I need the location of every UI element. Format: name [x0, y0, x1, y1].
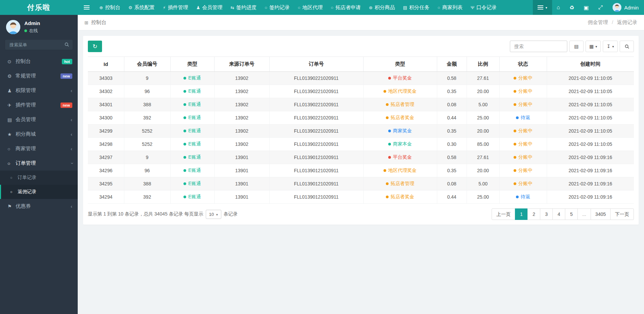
- menu-search-input[interactable]: [5, 39, 73, 50]
- status-dot-icon: [516, 116, 519, 119]
- cell-member-no: 392: [124, 111, 170, 125]
- cell-created-at: 2021-02-09 11:10:05: [547, 72, 634, 85]
- column-header: 状态: [499, 57, 547, 72]
- export-icon: ↧: [606, 44, 611, 49]
- cell-text: 拓店者管理: [391, 102, 414, 107]
- pagination-item[interactable]: 5: [565, 208, 578, 220]
- top-nav-item-token-record[interactable]: Ψ口令记录: [467, 0, 501, 15]
- table-row[interactable]: 342995252E账通13902FLL01390221020911商家奖金0.…: [88, 125, 634, 138]
- avatar: [613, 3, 621, 12]
- home-button[interactable]: ⌂: [552, 0, 565, 15]
- top-nav-item-settings[interactable]: ⚙系统配置: [124, 0, 159, 15]
- cell-amount: 0.44: [437, 111, 467, 125]
- cell-status: 待返: [499, 190, 547, 204]
- table-row[interactable]: 34294392E账通13901FLL01390121020911拓店者奖金0.…: [88, 190, 634, 204]
- pagination-item[interactable]: 3: [540, 208, 553, 220]
- quick-menu-button[interactable]: ▾: [533, 0, 552, 15]
- breadcrumb-trail: 佣金管理 / 返佣记录: [588, 19, 637, 26]
- status-dot-icon: [183, 130, 186, 132]
- columns-dropdown-button[interactable]: ▦ ▾: [586, 41, 601, 52]
- table-row[interactable]: 3430296E账通13902FLL01390221020911地区代理奖金0.…: [88, 85, 634, 98]
- top-nav-item-dashboard[interactable]: ⊕控制台: [95, 0, 124, 15]
- caret-down-icon: ▾: [612, 45, 614, 48]
- table-row[interactable]: 342985252E账通13902FLL01390221020911商家本金0.…: [88, 138, 634, 151]
- view-toggle-button[interactable]: ▤: [569, 41, 584, 52]
- breadcrumb-home-link[interactable]: 控制台: [91, 19, 106, 26]
- cell-text: 待返: [521, 115, 530, 120]
- cell-amount: 0.44: [437, 190, 467, 204]
- export-dropdown-button[interactable]: ↧ ▾: [603, 41, 618, 52]
- clear-cache-button[interactable]: ♻: [565, 0, 579, 15]
- sidebar-item-coupon[interactable]: ⚑优惠券‹: [0, 199, 78, 214]
- sidebar-item-dashboard[interactable]: ⊙控制台hot: [0, 54, 78, 69]
- table-row[interactable]: 3429696E账通13901FLL01390121020911地区代理奖金0.…: [88, 164, 634, 177]
- refresh-button[interactable]: ↻: [88, 41, 102, 52]
- pagination-item[interactable]: 上一页: [492, 208, 515, 220]
- pagination-item[interactable]: 下一页: [610, 208, 634, 220]
- cell-account-type: E账通: [170, 72, 214, 85]
- pagination-item[interactable]: 2: [527, 208, 540, 220]
- top-nav-item-member[interactable]: ♟会员管理: [192, 0, 227, 15]
- table-header-row: Id会员编号类型来源订单号订单号类型金额比例状态创建时间: [88, 57, 634, 72]
- search-toggle-button[interactable]: [620, 41, 634, 52]
- table-toolbar: ↻ ▤ ▦ ▾ ↧ ▾: [88, 41, 634, 52]
- pagination-item[interactable]: 1: [515, 208, 528, 220]
- sidebar-item-general[interactable]: ⚙常规管理new: [0, 69, 78, 83]
- pagination-item[interactable]: 3405: [591, 208, 611, 220]
- cell-text: 商家本金: [393, 141, 412, 147]
- cell-status: 分账中: [499, 151, 547, 164]
- top-nav-item-contract-record[interactable]: ○签约记录: [261, 0, 294, 15]
- top-nav-item-points-task[interactable]: ▤积分任务: [399, 0, 434, 15]
- table-row[interactable]: 343039E账通13902FLL01390221020911平台奖金0.582…: [88, 72, 634, 85]
- sidebar-item-points-mall[interactable]: ★积分商城‹: [0, 127, 78, 141]
- online-dot-icon: [24, 29, 27, 32]
- sidebar-item-addon[interactable]: ✈插件管理new: [0, 98, 78, 112]
- app-logo[interactable]: 付乐啦: [0, 0, 78, 15]
- top-nav-item-contract-progress[interactable]: ⇆签约进度: [226, 0, 261, 15]
- status-dot-icon: [383, 169, 386, 172]
- column-header: 创建时间: [547, 57, 634, 72]
- cell-id: 34303: [88, 72, 124, 85]
- table-row[interactable]: 34295388E账通13901FLL01390121020911拓店者管理0.…: [88, 177, 634, 190]
- cell-order-no: FLL01390221020911: [269, 72, 363, 85]
- top-nav-item-merchant-list[interactable]: ○商家列表: [434, 0, 467, 15]
- top-nav-label: 地区代理: [302, 4, 323, 11]
- cell-ratio: 27.61: [467, 151, 499, 164]
- sidebar-subitem[interactable]: ○返佣记录: [0, 185, 78, 199]
- sidebar-toggle-button[interactable]: [78, 0, 95, 15]
- table-row[interactable]: 342979E账通13901FLL01390121020911平台奖金0.582…: [88, 151, 634, 164]
- columns-grid-icon: ▦: [589, 44, 594, 49]
- top-nav-item-region-agent[interactable]: ○地区代理: [294, 0, 327, 15]
- top-nav-item-store-apply[interactable]: ○拓店者申请: [327, 0, 365, 15]
- sidebar-subgroup: ○订单记录: [0, 171, 78, 185]
- cell-member-no: 9: [124, 72, 170, 85]
- sidebar-item-member[interactable]: ▤会员管理‹: [0, 112, 78, 127]
- log-button[interactable]: ▣: [579, 0, 594, 15]
- sidebar-item-auth[interactable]: ♟权限管理‹: [0, 83, 78, 98]
- sidebar-item-order[interactable]: ○订单管理‹: [0, 156, 78, 171]
- chevron-left-icon: ‹: [71, 146, 72, 152]
- cell-created-at: 2021-02-09 11:09:16: [547, 151, 634, 164]
- fullscreen-button[interactable]: ⤢: [594, 0, 608, 15]
- cell-amount: 0.35: [437, 85, 467, 98]
- sidebar: Admin 在线 ⊙控制台hot⚙常规管理new♟权限管理‹✈插件管理new▤会…: [0, 15, 78, 314]
- sidebar-group: ★积分商城‹: [0, 127, 78, 141]
- admin-menu[interactable]: Admin: [607, 0, 644, 15]
- cell-order-no: FLL01390221020911: [269, 125, 363, 138]
- status-dot-icon: [514, 130, 516, 132]
- sidebar-item-label: 会员管理: [16, 116, 36, 123]
- table-row[interactable]: 34300392E账通13902FLL01390221020911拓店者奖金0.…: [88, 111, 634, 125]
- page-size-dropdown[interactable]: 10 ▴: [206, 210, 221, 219]
- cell-text: 商家奖金: [393, 128, 412, 133]
- cell-account-type: E账通: [170, 125, 214, 138]
- top-nav-item-points-goods[interactable]: ⊛积分商品: [365, 0, 399, 15]
- top-nav-item-plugin[interactable]: ⚡插件管理: [159, 0, 192, 15]
- table-search-input[interactable]: [510, 41, 567, 52]
- sidebar-subitem[interactable]: ○订单记录: [0, 171, 78, 185]
- table-row[interactable]: 34301388E账通13902FLL01390221020911拓店者管理0.…: [88, 98, 634, 111]
- pagination-item[interactable]: 4: [552, 208, 565, 220]
- cell-member-no: 9: [124, 151, 170, 164]
- cell-order-no: FLL01390221020911: [269, 111, 363, 125]
- status-dot-icon: [183, 77, 186, 80]
- sidebar-item-merchant[interactable]: ○商家管理‹: [0, 141, 78, 156]
